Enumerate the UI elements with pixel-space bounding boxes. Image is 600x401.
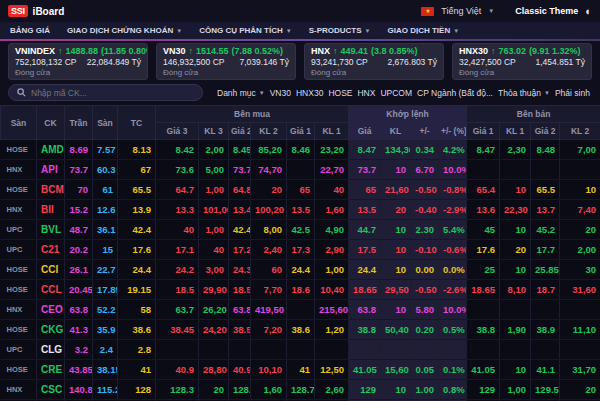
cell-buy-price-3[interactable]: 18.5: [156, 280, 199, 300]
cell-match-vol[interactable]: 10: [381, 240, 411, 260]
cell-buy-price-2[interactable]: 128.5: [229, 380, 251, 400]
cell-floor-price[interactable]: 15: [93, 240, 118, 260]
cell-change-pct[interactable]: -2.9%: [439, 200, 467, 220]
cell-sell-vol-2[interactable]: 2,00: [560, 240, 600, 260]
cell-buy-vol-3[interactable]: 5,00: [199, 160, 229, 180]
cell-buy-vol-2[interactable]: 60: [251, 260, 287, 280]
cell-sell-vol-2[interactable]: 11,10: [560, 320, 600, 340]
tab-hnx30[interactable]: HNX30: [294, 88, 325, 98]
cell-sell-price-2[interactable]: 45.2: [531, 220, 560, 240]
tab-upcom[interactable]: UPCOM: [378, 88, 414, 98]
cell-ceiling-price[interactable]: 63.8: [65, 300, 93, 320]
tab-th-a-thu-n[interactable]: Thỏa thuận▼: [496, 88, 552, 98]
cell-sell-price-2[interactable]: 38.9: [531, 320, 560, 340]
cell-ticker[interactable]: BCM: [37, 180, 65, 200]
cell-buy-price-3[interactable]: 13.3: [156, 200, 199, 220]
cell-change[interactable]: 1.00: [411, 380, 439, 400]
cell-change[interactable]: 0.20: [411, 320, 439, 340]
cell-floor-price[interactable]: 2.4: [93, 340, 118, 360]
cell-buy-vol-1[interactable]: [315, 340, 349, 360]
cell-match-price[interactable]: 129: [349, 380, 381, 400]
cell-sell-vol-1[interactable]: 20: [500, 240, 531, 260]
language-selector[interactable]: Tiếng Việt: [441, 6, 481, 16]
cell-ceiling-price[interactable]: 26.1: [65, 260, 93, 280]
cell-change-pct[interactable]: 10.0%: [439, 300, 467, 320]
cell-buy-price-3[interactable]: 8.42: [156, 140, 199, 160]
cell-floor-price[interactable]: 12.6: [93, 200, 118, 220]
cell-buy-vol-3[interactable]: 1,00: [199, 220, 229, 240]
cell-reference-price[interactable]: 24.4: [118, 260, 156, 280]
cell-change[interactable]: 0.34: [411, 140, 439, 160]
cell-buy-price-3[interactable]: 24.2: [156, 260, 199, 280]
cell-ceiling-price[interactable]: 15.2: [65, 200, 93, 220]
cell-match-vol[interactable]: 29,50: [381, 280, 411, 300]
cell-sell-vol-2[interactable]: 31,70: [560, 360, 600, 380]
menu-item[interactable]: S-PRODUCTS▼: [309, 26, 371, 35]
cell-buy-vol-1[interactable]: 40: [315, 180, 349, 200]
cell-sell-price-2[interactable]: 65.5: [531, 180, 560, 200]
cell-change-pct[interactable]: 0.0%: [439, 260, 467, 280]
cell-floor-price[interactable]: 17.85: [93, 280, 118, 300]
cell-sell-price-2[interactable]: 129.5: [531, 380, 560, 400]
cell-reference-price[interactable]: 128: [118, 380, 156, 400]
cell-sell-vol-1[interactable]: 1,00: [500, 380, 531, 400]
cell-buy-vol-3[interactable]: 28,80: [199, 360, 229, 380]
cell-buy-price-3[interactable]: 40.9: [156, 360, 199, 380]
cell-floor-price[interactable]: 22.7: [93, 260, 118, 280]
cell-sell-price-1[interactable]: [467, 160, 500, 180]
cell-sell-price-1[interactable]: 38.8: [467, 320, 500, 340]
cell-buy-vol-3[interactable]: 20: [199, 380, 229, 400]
cell-ceiling-price[interactable]: 48.7: [65, 220, 93, 240]
cell-sell-vol-2[interactable]: 20: [560, 220, 600, 240]
cell-ticker[interactable]: CRE: [37, 360, 65, 380]
cell-ticker[interactable]: C21: [37, 240, 65, 260]
cell-sell-price-2[interactable]: 41.1: [531, 360, 560, 380]
cell-ceiling-price[interactable]: 20.2: [65, 240, 93, 260]
cell-floor-price[interactable]: 60.3: [93, 160, 118, 180]
cell-sell-vol-1[interactable]: 1,90: [500, 320, 531, 340]
cell-sell-price-1[interactable]: [467, 340, 500, 360]
cell-ticker[interactable]: CEO: [37, 300, 65, 320]
cell-buy-price-1[interactable]: 128.7: [287, 380, 315, 400]
cell-buy-price-1[interactable]: [287, 160, 315, 180]
cell-buy-vol-2[interactable]: 7,70: [251, 280, 287, 300]
cell-reference-price[interactable]: 2.8: [118, 340, 156, 360]
search-input[interactable]: [31, 88, 194, 98]
cell-buy-vol-3[interactable]: 2,00: [199, 140, 229, 160]
cell-match-vol[interactable]: 10: [381, 260, 411, 280]
cell-sell-price-1[interactable]: 41.05: [467, 360, 500, 380]
cell-buy-vol-1[interactable]: 2,90: [315, 240, 349, 260]
cell-buy-price-2[interactable]: 73.7: [229, 160, 251, 180]
cell-buy-vol-1[interactable]: 1,20: [315, 320, 349, 340]
cell-buy-vol-1[interactable]: 2,60: [315, 380, 349, 400]
cell-floor-price[interactable]: 35.9: [93, 320, 118, 340]
index-card[interactable]: HNX30↑763.02(9.91 1.32%)32,427,500 CP1,4…: [452, 43, 592, 80]
cell-change-pct[interactable]: -2.6%: [439, 280, 467, 300]
cell-ticker[interactable]: CLG: [37, 340, 65, 360]
theme-toggle-icon[interactable]: ◐: [585, 6, 592, 17]
cell-buy-vol-2[interactable]: 20: [251, 180, 287, 200]
cell-buy-price-1[interactable]: [287, 300, 315, 320]
cell-ceiling-price[interactable]: 3.2: [65, 340, 93, 360]
cell-buy-vol-1[interactable]: 12,50: [315, 360, 349, 380]
cell-match-price[interactable]: 8.47: [349, 140, 381, 160]
cell-floor-price[interactable]: 115.2: [93, 380, 118, 400]
cell-sell-vol-1[interactable]: 10: [500, 220, 531, 240]
cell-reference-price[interactable]: 42.4: [118, 220, 156, 240]
cell-buy-vol-2[interactable]: 10,10: [251, 360, 287, 380]
cell-change-pct[interactable]: -0.8%: [439, 180, 467, 200]
cell-buy-vol-1[interactable]: 23,20: [315, 140, 349, 160]
cell-match-price[interactable]: [349, 340, 381, 360]
stock-search[interactable]: [8, 84, 203, 101]
cell-ticker[interactable]: AMD: [37, 140, 65, 160]
cell-buy-price-2[interactable]: 64.8: [229, 180, 251, 200]
cell-ceiling-price[interactable]: 41.3: [65, 320, 93, 340]
cell-sell-price-2[interactable]: 17.7: [531, 240, 560, 260]
cell-sell-vol-1[interactable]: 10: [500, 180, 531, 200]
cell-buy-vol-1[interactable]: 4,90: [315, 220, 349, 240]
cell-buy-price-1[interactable]: 38.6: [287, 320, 315, 340]
cell-floor-price[interactable]: 38.15: [93, 360, 118, 380]
cell-reference-price[interactable]: 38.6: [118, 320, 156, 340]
cell-match-vol[interactable]: 10: [381, 300, 411, 320]
cell-match-price[interactable]: 65: [349, 180, 381, 200]
